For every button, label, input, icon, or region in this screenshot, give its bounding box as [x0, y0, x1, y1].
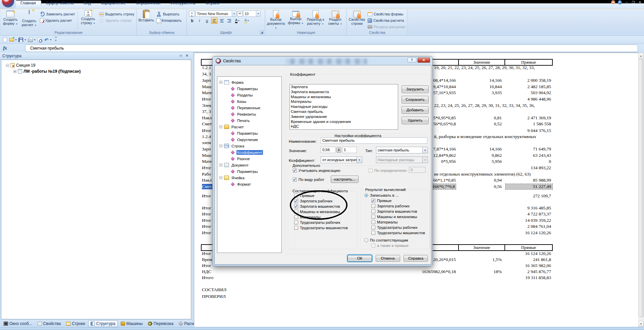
replace-calc-button[interactable]: Заменить расчет — [39, 11, 76, 17]
checkbox[interactable] — [371, 225, 375, 229]
copy-button[interactable]: Копировать — [155, 17, 183, 23]
tab-Главная[interactable]: Главная — [15, 0, 41, 6]
nav-button-0[interactable]: Выбордокумента ▼ — [266, 10, 286, 31]
structure-tree-item[interactable]: Секция 19 — [6, 62, 191, 68]
result-Трудозатраты рабочих[interactable]: Трудозатраты рабочих — [371, 225, 418, 229]
list-item-Накладные расходы[interactable]: Накладные расходы — [290, 104, 398, 109]
align-right-button[interactable] — [226, 17, 232, 24]
bottom-tab-Структура[interactable]: Структура — [88, 320, 118, 327]
Сохранить-button[interactable]: Сохранить — [401, 96, 429, 104]
checkbox[interactable] — [371, 199, 375, 203]
qat-more-button[interactable]: ▔▾ — [53, 37, 59, 43]
Справка-button[interactable]: Справка — [404, 255, 428, 262]
calc-props-button[interactable]: Свойства расчета — [366, 17, 407, 23]
minimize-button[interactable]: – — [625, 1, 629, 4]
checkbox[interactable] — [293, 169, 297, 173]
checkbox[interactable] — [371, 209, 375, 213]
bottom-tab-Свойства[interactable]: Свойства — [35, 320, 63, 327]
checkbox[interactable] — [371, 220, 375, 224]
Добавить-button[interactable]: Добавить — [401, 106, 429, 114]
checkbox[interactable] — [294, 220, 298, 224]
also-checkbox[interactable]: а также в прямые — [371, 244, 409, 248]
bydef-checkbox[interactable]: По определителю: — [369, 169, 408, 173]
list-item-Сметная прибыль[interactable]: Сметная прибыль — [290, 109, 398, 114]
nav-button-1[interactable]: Выборформы ▼ — [286, 10, 306, 31]
list-item-Зарплата[interactable]: Зарплата — [290, 84, 398, 89]
underline-button[interactable]: u — [204, 17, 210, 24]
row-props-button[interactable]: Свойства строки — [347, 10, 366, 31]
panel-close-icon[interactable]: × — [186, 54, 190, 58]
component-Трудозатраты машинистов[interactable]: Трудозатраты машинистов — [294, 226, 348, 230]
tab-Оформление[interactable]: Оформление — [96, 0, 131, 6]
align-left-button[interactable] — [211, 17, 218, 24]
list-item-Машины и механизмы[interactable]: Машины и механизмы — [290, 94, 398, 100]
font-dialog-launcher[interactable]: ◢ — [260, 30, 264, 34]
app-menu-button[interactable] — [2, 0, 14, 7]
info-icon[interactable]: i — [618, 0, 622, 4]
list-item-НДС[interactable]: НДС — [290, 124, 398, 129]
italic-button[interactable]: i — [196, 17, 203, 24]
checkbox[interactable] — [293, 178, 297, 182]
value2-field[interactable]: 1 — [342, 147, 357, 153]
bottom-tab-Окно сооб...[interactable]: Окно сооб... — [1, 320, 35, 327]
Удалить-button[interactable]: Удалить — [401, 117, 429, 124]
cut-button[interactable]: Вырезать — [155, 11, 183, 17]
pin-icon[interactable]: ⊓ — [179, 54, 183, 58]
type-combo[interactable]: сметная прибыль▼ — [376, 147, 428, 153]
nav-button-2[interactable]: Переход красчету ▼ — [306, 10, 325, 31]
write-radio[interactable]: Записывать в ... — [364, 193, 398, 197]
select-row-button[interactable]: Выделить строку — [98, 11, 136, 17]
checkbox[interactable] — [371, 215, 375, 219]
qat-print-button[interactable]: ▼ — [28, 37, 36, 43]
radio-button[interactable] — [364, 193, 368, 197]
create-row-button[interactable]: acb★ Создать строку ▼ — [79, 10, 98, 31]
bottom-tab-Строки[interactable]: Строки — [64, 320, 87, 327]
component-Трудозатраты рабочих[interactable]: Трудозатраты рабочих — [294, 220, 340, 224]
index-checkbox[interactable]: Учитывать индексацию — [293, 169, 340, 173]
vertical-scrollbar[interactable]: ▲ ▼ — [638, 53, 644, 326]
create-calc-button[interactable]: ★ Создать расчет ▼ — [20, 10, 39, 31]
tab-Инструменты[interactable]: Инструменты — [165, 0, 201, 6]
delete-row-button[interactable]: Удалить строку — [98, 17, 136, 23]
result-Прямые[interactable]: Прямые — [371, 199, 391, 203]
scroll-down-arrow[interactable]: ▼ — [638, 321, 644, 326]
form-props-button[interactable]: Свойства формы — [366, 11, 407, 17]
list-item-Зимнее удорожание[interactable]: Зимнее удорожание — [290, 114, 398, 119]
plus-expand-box[interactable] — [13, 70, 16, 73]
tab-Справочники[interactable]: Справочники — [131, 0, 165, 6]
create-form-button[interactable]: ★ Создать форму ▼ — [1, 10, 20, 31]
ОК-button[interactable]: ОК — [347, 255, 372, 262]
help-lifesaver-icon[interactable] — [611, 0, 615, 4]
structure-tree-item[interactable]: ЛМ -работы №19 (Подписан) — [13, 68, 191, 74]
checkbox[interactable] — [371, 231, 375, 235]
fill-color-button[interactable]: A▼ — [243, 17, 251, 24]
coefficient-list[interactable]: ЗарплатаЗарплата машинистаМашины и механ… — [289, 84, 398, 130]
checkbox[interactable] — [369, 169, 373, 173]
Загрузить-button[interactable]: Загрузить — [401, 85, 429, 93]
font-size-combo[interactable]: 10▼ — [243, 10, 261, 17]
tab-Вид[interactable]: Вид — [78, 0, 96, 6]
font-name-combo[interactable]: Times New Roman▼ — [196, 10, 236, 17]
byworks-checkbox[interactable]: По виду работ — [293, 178, 324, 182]
qat-save-button[interactable]: ▼ — [18, 37, 26, 43]
list-item-Материалы[interactable]: Материалы — [290, 99, 398, 104]
bydef-field[interactable]: 0 — [409, 167, 426, 173]
close-button[interactable]: ✕ — [638, 1, 642, 4]
configure-button[interactable]: настроить... — [331, 176, 359, 183]
bottom-tab-Перевозка[interactable]: Перевозка — [146, 320, 176, 327]
x-button[interactable]: X — [336, 147, 341, 153]
qat-new-doc-button[interactable] — [2, 37, 8, 43]
list-item-Зарплата машиниста[interactable]: Зарплата машиниста — [290, 89, 398, 94]
qat-open-button[interactable]: ▼ — [9, 37, 17, 43]
font-color-button[interactable]: A▼ — [233, 17, 242, 24]
delete-calc-button[interactable]: ✗Удалить расчет — [39, 17, 76, 23]
match-radio[interactable]: По соответствующим — [364, 238, 408, 242]
checkbox[interactable] — [294, 226, 298, 230]
bold-button[interactable]: b — [189, 17, 196, 24]
coef-combo[interactable]: от исходных затрат▼ — [321, 156, 362, 163]
paste-button[interactable]: Вставить — [138, 10, 155, 31]
scroll-up-arrow[interactable]: ▲ — [638, 53, 644, 58]
minus-expand-box[interactable] — [6, 64, 9, 67]
result-Зарплата рабочих[interactable]: Зарплата рабочих — [371, 204, 410, 208]
result-Машины и механизмы[interactable]: Машины и механизмы — [371, 215, 417, 219]
